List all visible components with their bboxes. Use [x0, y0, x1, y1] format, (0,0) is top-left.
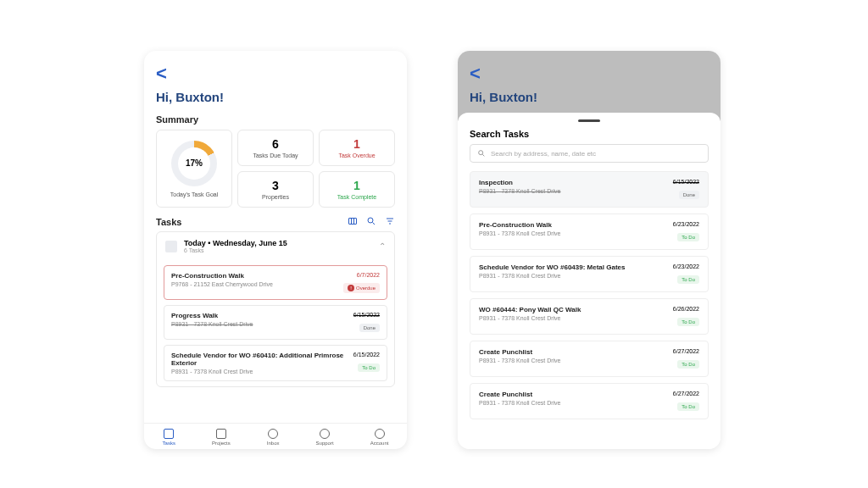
task-title: Pre-Construction Walk	[171, 272, 273, 280]
goal-label: Today's Task Goal	[170, 191, 218, 197]
summary-grid: 17% Today's Task Goal 6 Tasks Due Today1…	[144, 130, 407, 208]
progress-percent: 17%	[178, 147, 210, 180]
inbox-icon	[268, 429, 278, 439]
stat-card[interactable]: 1 Task Overdue	[319, 130, 395, 166]
status-badge: To Do	[677, 233, 699, 241]
task-date: 6/7/2022	[343, 272, 380, 278]
chevron-up-icon: ⌃	[379, 241, 386, 251]
nav-item-account[interactable]: Account	[370, 429, 389, 446]
svg-rect-0	[349, 219, 357, 225]
search-result[interactable]: Create Punchlist P8931 - 7378 Knoll Cres…	[470, 383, 709, 419]
task-group-header[interactable]: Today • Wednesday, June 15 6 Tasks ⌃	[157, 232, 394, 260]
stat-number: 1	[353, 179, 360, 192]
search-result[interactable]: Pre-Construction Walk P8931 - 7378 Knoll…	[470, 214, 709, 250]
task-card[interactable]: Progress Walk P8931 - 7378 Knoll Crest D…	[164, 305, 387, 340]
logo-icon: <	[470, 63, 709, 85]
phone-search: < Hi, Buxton! Search Tasks Inspection P8…	[458, 51, 721, 449]
result-date: 6/23/2022	[673, 263, 699, 269]
status-badge: !Overdue	[343, 283, 380, 293]
group-subtitle: 6 Tasks	[184, 247, 287, 253]
stat-label: Task Overdue	[338, 152, 375, 158]
nav-item-inbox[interactable]: Inbox	[267, 429, 280, 446]
result-title: Schedule Vendor for WO #60439: Metal Gat…	[479, 263, 626, 271]
task-card[interactable]: Schedule Vendor for WO #60410: Additiona…	[164, 345, 387, 381]
group-title: Today • Wednesday, June 15	[184, 239, 287, 247]
result-date: 6/26/2022	[673, 306, 699, 312]
search-input-wrap[interactable]	[470, 144, 709, 163]
status-badge: Done	[679, 191, 699, 199]
support-icon	[320, 429, 330, 439]
result-title: Inspection	[479, 179, 561, 186]
result-subtitle: P8931 - 7378 Knoll Crest Drive	[479, 400, 561, 406]
search-sheet: Search Tasks Inspection P8931 - 7378 Kno…	[458, 113, 721, 449]
stat-number: 3	[272, 179, 279, 192]
status-badge: To Do	[677, 402, 699, 411]
search-result[interactable]: Schedule Vendor for WO #60439: Metal Gat…	[470, 256, 709, 292]
search-icon	[477, 149, 486, 158]
nav-label: Tasks	[163, 441, 175, 446]
task-subtitle: P8931 - 7378 Knoll Crest Drive	[171, 369, 347, 374]
search-result[interactable]: Inspection P8931 - 7378 Knoll Crest Driv…	[470, 171, 709, 208]
stat-label: Tasks Due Today	[253, 152, 298, 158]
result-date: 6/27/2022	[673, 348, 699, 354]
result-date: 6/15/2022	[673, 179, 699, 185]
search-result[interactable]: Create Punchlist P8931 - 7378 Knoll Cres…	[470, 341, 709, 377]
nav-label: Account	[370, 441, 389, 446]
nav-item-projects[interactable]: Projects	[212, 429, 231, 446]
account-icon	[375, 429, 385, 439]
result-subtitle: P8931 - 7378 Knoll Crest Drive	[479, 188, 561, 194]
stat-card[interactable]: 1 Task Complete	[319, 171, 395, 208]
task-subtitle: P9768 - 21152 East Cherrywood Drive	[171, 281, 273, 287]
sheet-handle[interactable]	[578, 119, 600, 122]
search-result[interactable]: WO #60444: Pony Wall QC Walk P8931 - 737…	[470, 298, 709, 335]
nav-label: Projects	[212, 441, 231, 446]
task-date: 6/15/2022	[353, 352, 380, 358]
status-badge: To Do	[677, 318, 699, 326]
result-subtitle: P8931 - 7378 Knoll Crest Drive	[479, 358, 561, 363]
svg-point-2	[479, 151, 483, 155]
nav-label: Inbox	[267, 441, 280, 446]
nav-item-support[interactable]: Support	[316, 429, 334, 446]
status-badge: Done	[359, 324, 380, 332]
result-title: Create Punchlist	[479, 348, 561, 356]
stat-label: Task Complete	[337, 194, 376, 200]
filter-icon[interactable]	[385, 216, 395, 228]
status-badge: To Do	[677, 275, 699, 284]
search-input[interactable]	[491, 150, 701, 158]
stat-card[interactable]: 6 Tasks Due Today	[237, 130, 314, 166]
task-subtitle: P8931 - 7378 Knoll Crest Drive	[171, 321, 253, 327]
stat-number: 6	[272, 137, 279, 151]
task-date: 6/15/2022	[353, 312, 380, 318]
summary-label: Summary	[144, 109, 407, 130]
task-group: Today • Wednesday, June 15 6 Tasks ⌃ Pre…	[156, 231, 395, 387]
result-title: Pre-Construction Walk	[479, 221, 561, 229]
stat-number: 1	[353, 137, 360, 151]
svg-point-1	[368, 218, 373, 223]
task-title: Progress Walk	[171, 312, 253, 319]
nav-item-tasks[interactable]: Tasks	[163, 429, 175, 446]
task-title: Schedule Vendor for WO #60410: Additiona…	[171, 352, 347, 367]
result-subtitle: P8931 - 7378 Knoll Crest Drive	[479, 230, 561, 236]
greeting-text: Hi, Buxton!	[470, 90, 709, 104]
logo-icon: <	[156, 63, 395, 85]
alert-icon: !	[348, 285, 354, 291]
stat-label: Properties	[262, 194, 289, 200]
map-icon[interactable]	[348, 216, 358, 228]
progress-donut: 17%	[171, 141, 217, 186]
search-icon[interactable]	[366, 216, 376, 228]
goal-card[interactable]: 17% Today's Task Goal	[156, 130, 232, 208]
stat-card[interactable]: 3 Properties	[237, 171, 314, 208]
projects-icon	[216, 429, 226, 439]
tasks-label: Tasks	[156, 217, 181, 227]
result-date: 6/27/2022	[673, 391, 699, 396]
status-badge: To Do	[677, 360, 699, 369]
phone-dashboard: < Hi, Buxton! Summary 17% Today's Task G…	[144, 51, 407, 449]
result-date: 6/23/2022	[673, 221, 699, 227]
bottom-nav: TasksProjectsInboxSupportAccount	[144, 423, 407, 449]
nav-label: Support	[316, 441, 334, 446]
greeting-text: Hi, Buxton!	[156, 90, 395, 104]
task-card[interactable]: Pre-Construction Walk P9768 - 21152 East…	[164, 265, 387, 300]
search-title: Search Tasks	[470, 129, 709, 139]
calendar-icon	[165, 241, 177, 252]
result-subtitle: P8931 - 7378 Knoll Crest Drive	[479, 273, 626, 279]
